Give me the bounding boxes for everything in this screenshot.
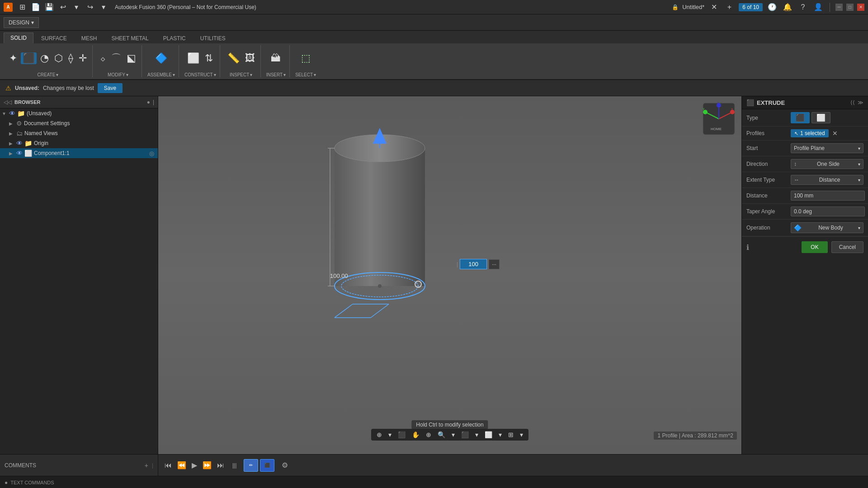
taper-angle-input[interactable] (791, 206, 865, 216)
timeline-next-button[interactable]: ⏩ (202, 460, 212, 470)
ok-button[interactable]: OK (802, 241, 827, 253)
type-thin-button[interactable]: ⬜ (811, 112, 830, 123)
inspect-label[interactable]: INSPECT ▾ (230, 72, 252, 77)
redo-button[interactable]: ↪ (84, 1, 96, 13)
tab-sheet-metal[interactable]: SHEET METAL (104, 33, 155, 43)
info-button[interactable]: ℹ (746, 241, 749, 253)
insert-button[interactable]: 🏔 (269, 52, 283, 64)
snap-dropdown[interactable]: ▾ (386, 430, 394, 440)
select-label[interactable]: SELECT ▾ (295, 72, 316, 77)
dimension-input[interactable] (460, 259, 487, 269)
distance-input[interactable] (791, 191, 865, 201)
tab-utilities[interactable]: UTILITIES (193, 33, 232, 43)
notifications-button[interactable]: 🔔 (782, 1, 793, 13)
undo-button[interactable]: ↩ (57, 1, 69, 13)
measure-button[interactable]: 📏 (226, 52, 241, 64)
construct-axis-button[interactable]: ⇅ (203, 52, 215, 64)
extent-type-dropdown[interactable]: ↔ Distance ▾ (791, 175, 863, 185)
insert-label[interactable]: INSERT ▾ (266, 72, 286, 77)
construct-plane-button[interactable]: ⬜ (185, 52, 201, 64)
type-extrude-button[interactable]: ⬛ (791, 112, 810, 123)
view-gizmo[interactable]: X Y Z HOME (701, 101, 737, 137)
timeline-item-extrude[interactable]: ⬛ (260, 459, 274, 472)
tab-solid[interactable]: SOLID (4, 33, 33, 43)
cancel-button[interactable]: Cancel (831, 241, 863, 253)
loft-button[interactable]: ⟠ (66, 52, 75, 64)
svg-rect-0 (335, 146, 425, 286)
display-button[interactable]: ⬜ (482, 430, 495, 440)
direction-dropdown[interactable]: ↕ One Side ▾ (791, 159, 863, 169)
new-component-button[interactable]: 🔷 (153, 52, 169, 64)
app-menu-button[interactable]: ⊞ (16, 1, 28, 13)
press-pull-button[interactable]: ⬦ (98, 52, 108, 64)
chamfer-button[interactable]: ⬕ (125, 52, 138, 64)
browser-item-named-views[interactable]: ▶ 🗂 Named Views (0, 128, 158, 138)
record-button[interactable]: ⬛ (395, 430, 408, 440)
file-title: Untitled* (682, 4, 704, 10)
browser-item-doc-settings[interactable]: ▶ ⚙ Document Settings (0, 118, 158, 128)
browser-item-origin[interactable]: ▶ 👁 📁 Origin (0, 138, 158, 148)
move-button[interactable]: ✛ (77, 52, 89, 64)
create-sketch-button[interactable]: ✦ (7, 52, 19, 64)
profiles-selected-badge[interactable]: ↖ 1 selected (791, 129, 829, 137)
new-button[interactable]: 📄 (30, 1, 42, 13)
save-button[interactable]: 💾 (43, 1, 55, 13)
display-dropdown[interactable]: ▾ (496, 430, 505, 440)
timeline-start-button[interactable]: ⏮ (164, 460, 173, 470)
browser-expand-icon[interactable]: | (153, 99, 154, 105)
sweep-button[interactable]: ⬡ (52, 52, 65, 64)
zoom-dropdown[interactable]: ▾ (449, 430, 458, 440)
close-button[interactable]: ✕ (857, 4, 864, 11)
undo-dropdown[interactable]: ▾ (71, 1, 82, 13)
start-dropdown[interactable]: Profile Plane ▾ (791, 143, 863, 153)
design-dropdown[interactable]: DESIGN ▾ (4, 17, 39, 28)
modify-label[interactable]: MODIFY ▾ (108, 72, 128, 77)
construct-label[interactable]: CONSTRUCT ▾ (184, 72, 216, 77)
view-cube-dropdown[interactable]: ▾ (472, 430, 481, 440)
minimize-button[interactable]: ─ (835, 4, 843, 11)
select-button[interactable]: ⬚ (299, 52, 312, 64)
browser-pin-icon[interactable]: ● (147, 99, 150, 105)
maximize-button[interactable]: □ (846, 4, 854, 11)
timeline-settings-button[interactable]: ⚙ (282, 461, 288, 469)
interference-button[interactable]: 🖼 (243, 52, 257, 64)
assemble-label[interactable]: ASSEMBLE ▾ (147, 72, 175, 77)
tab-surface[interactable]: SURFACE (34, 33, 74, 43)
profiles-clear-button[interactable]: ✕ (832, 130, 838, 137)
close-tab-button[interactable]: ✕ (708, 1, 720, 13)
view-cube-button[interactable]: ⬛ (458, 430, 472, 440)
create-label[interactable]: CREATE ▾ (38, 72, 59, 77)
timeline-prev-button[interactable]: ⏪ (176, 460, 187, 470)
tab-plastic[interactable]: PLASTIC (156, 33, 193, 43)
help-button[interactable]: ? (797, 1, 809, 13)
orbit-button[interactable]: ✋ (409, 430, 422, 440)
operation-dropdown[interactable]: 🔷 New Body ▾ (791, 222, 863, 233)
pan-button[interactable]: ⊕ (423, 430, 434, 440)
fillet-button[interactable]: ⌒ (109, 52, 123, 64)
revolve-button[interactable]: ◔ (38, 52, 51, 64)
component-target-icon[interactable]: ◎ (149, 150, 154, 157)
tab-mesh[interactable]: MESH (75, 33, 104, 43)
extrude-button[interactable]: ⬛ (21, 52, 37, 64)
panel-expand-icon[interactable]: ⟨⟨ (850, 99, 855, 106)
redo-dropdown[interactable]: ▾ (98, 1, 109, 13)
snap-button[interactable]: ⊕ (374, 430, 385, 440)
timeline-item-sketch[interactable]: ✏ (244, 459, 258, 472)
browser-back-icon[interactable]: ◁◁ (4, 99, 12, 105)
account-button[interactable]: 👤 (812, 1, 824, 13)
timeline-end-button[interactable]: ⏭ (216, 460, 225, 470)
dim-more-button[interactable]: ··· (489, 259, 500, 269)
manipulator-handle[interactable] (415, 281, 422, 288)
panel-more-icon[interactable]: ≫ (858, 99, 863, 106)
history-button[interactable]: 🕐 (766, 1, 778, 13)
timeline-play-button[interactable]: ▶ (191, 460, 198, 470)
save-action-button[interactable]: Save (98, 83, 123, 93)
browser-item-component[interactable]: ▶ 👁 ⬜ Component1:1 ◎ (0, 148, 158, 158)
browser-item-root[interactable]: ▼ 👁 📁 (Unsaved) (0, 108, 158, 118)
grid-dropdown[interactable]: ▾ (517, 430, 526, 440)
comments-add-button[interactable]: + (145, 462, 148, 469)
new-tab-button[interactable]: + (723, 1, 735, 13)
zoom-button[interactable]: 🔍 (435, 430, 448, 440)
grid-button[interactable]: ⊞ (505, 430, 516, 440)
viewport[interactable]: 100.00 | ··· Hold Ctrl to modify selecti… (158, 96, 741, 454)
